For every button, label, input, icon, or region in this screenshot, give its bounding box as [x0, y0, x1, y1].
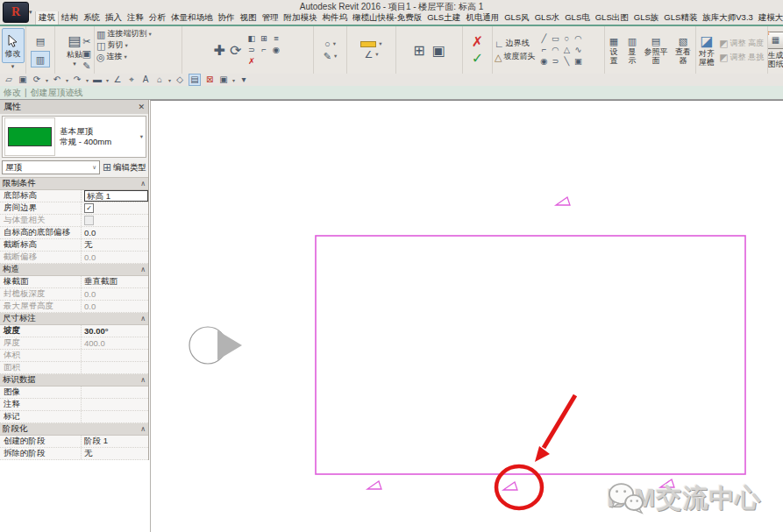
ribbon-tab-1[interactable]: 建筑: [35, 11, 59, 25]
ribbon-tab-7[interactable]: 体量和场地: [168, 11, 216, 25]
ribbon-tab-14[interactable]: GLS土建: [424, 11, 463, 25]
property-value[interactable]: 无: [81, 448, 148, 459]
draw-tool-icon-0-3[interactable]: ◠: [573, 33, 583, 44]
ribbon-tab-5[interactable]: 注释: [125, 11, 146, 25]
section-collapse-icon[interactable]: ∧: [140, 315, 146, 323]
slope-symbol-top[interactable]: [556, 197, 570, 205]
property-section-header[interactable]: 阶段化∧: [0, 423, 148, 436]
property-value[interactable]: 垂直截面: [81, 276, 148, 287]
finish-edit-mode-icon[interactable]: ✓: [472, 51, 483, 66]
roof-sketch-rectangle[interactable]: [316, 236, 745, 474]
slope-arrow-button[interactable]: △坡度箭头: [495, 51, 535, 62]
match-icon[interactable]: ✎: [82, 60, 90, 71]
ribbon-tab-16[interactable]: GLS风: [502, 11, 532, 25]
draw-tool-icon-1-3[interactable]: ∿: [573, 45, 583, 55]
switch-windows-icon[interactable]: ▣: [218, 74, 229, 85]
ribbon-tab-17[interactable]: GLS水: [532, 11, 563, 25]
edit-type-button[interactable]: ⊞ 编辑类型: [103, 162, 146, 174]
array-icon[interactable]: ⊞: [258, 33, 269, 44]
type-selector-caret-icon[interactable]: ▾: [140, 133, 143, 140]
property-section-header[interactable]: 标识数据∧: [0, 374, 148, 387]
customize-qat-icon[interactable]: ▾: [238, 74, 249, 85]
properties-toggle-icon[interactable]: ▤: [189, 74, 201, 86]
ribbon-tab-22[interactable]: 族库大师V3.3: [700, 11, 756, 25]
paste-icon[interactable]: ▤: [68, 33, 81, 48]
settings-button[interactable]: ▦设置: [607, 28, 621, 72]
paste-caret-icon[interactable]: ▾: [73, 60, 76, 67]
undo-icon[interactable]: ↶: [52, 74, 62, 85]
draw-tool-icon-1-2[interactable]: △: [561, 45, 572, 55]
property-checkbox[interactable]: ✓: [84, 203, 94, 213]
brush-icon[interactable]: ✎: [324, 51, 331, 61]
redo-icon[interactable]: ↷: [72, 74, 82, 85]
ribbon-tab-10[interactable]: 管理: [260, 11, 281, 25]
slope-symbol-bottom-mid[interactable]: [503, 482, 517, 490]
ribbon-tab-23[interactable]: 建模大: [756, 11, 783, 25]
mirror-icon[interactable]: ◧: [246, 33, 257, 44]
delete-icon[interactable]: ✗: [246, 56, 257, 67]
move-icon[interactable]: ✚: [214, 43, 225, 58]
close-hidden-windows-icon[interactable]: ⊠: [204, 74, 215, 85]
measure-ruler-icon[interactable]: [360, 41, 376, 47]
redo-icon-caret[interactable]: ▾: [86, 77, 89, 83]
property-value[interactable]: 标高 1: [81, 190, 148, 202]
property-value[interactable]: [81, 399, 148, 410]
property-value[interactable]: [81, 411, 148, 422]
view3d-icon-caret[interactable]: ▾: [168, 77, 171, 83]
sync-icon-caret[interactable]: ▾: [46, 77, 48, 83]
sync-icon[interactable]: ⟳: [32, 74, 42, 85]
save-icon[interactable]: ▣: [18, 74, 28, 85]
lightbulb-icon[interactable]: ○: [324, 39, 331, 49]
property-value-selected[interactable]: 标高 1: [84, 190, 148, 202]
undo-icon-caret[interactable]: ▾: [66, 77, 68, 83]
modify-button[interactable]: 修改: [2, 28, 25, 63]
draw-tool-icon-1-1[interactable]: ◠: [550, 45, 560, 55]
ribbon-tab-21[interactable]: GLS精装: [661, 11, 700, 25]
drawing-canvas[interactable]: BIM交流中心: [150, 100, 783, 532]
ribbon-tab-2[interactable]: 结构: [59, 11, 81, 25]
ribbon-tab-8[interactable]: 协作: [216, 11, 238, 25]
show-button[interactable]: ▥显示: [625, 28, 639, 72]
offset-icon[interactable]: ⊃: [246, 45, 257, 55]
properties-close-icon[interactable]: ✕: [138, 103, 145, 111]
trim-icon[interactable]: ⌐: [258, 45, 269, 55]
dimension-icon[interactable]: ∠: [112, 74, 123, 85]
section-collapse-icon[interactable]: ∧: [140, 266, 146, 273]
draw-tool-icon-2-1[interactable]: ⊃: [550, 56, 560, 67]
ribbon-tab-19[interactable]: GLS出图: [593, 11, 631, 25]
property-value[interactable]: 0.0: [81, 227, 148, 238]
property-value[interactable]: [81, 387, 148, 398]
ribbon-tab-18[interactable]: GLS电: [562, 11, 593, 25]
create-similar-icon[interactable]: ▣: [432, 43, 445, 58]
ref-plane-button[interactable]: ▤参照平面: [644, 28, 668, 72]
join-button[interactable]: ◎连接▾: [96, 51, 127, 62]
select-panel-caret-icon[interactable]: ▾: [11, 63, 15, 70]
type-selector[interactable]: 基本屋顶 常规 - 400mm ▾: [2, 116, 146, 158]
section-icon[interactable]: ◇: [174, 74, 185, 85]
elevation-marker[interactable]: [189, 327, 242, 364]
property-section-header[interactable]: 尺寸标注∧: [0, 313, 148, 325]
property-section-header[interactable]: 构造∧: [0, 264, 148, 276]
draw-tool-icon-0-2[interactable]: ○: [561, 33, 572, 44]
cancel-edit-mode-icon[interactable]: ✗: [472, 34, 483, 49]
category-filter-select[interactable]: 屋顶 ∨: [2, 160, 100, 174]
ribbon-tab-4[interactable]: 插入: [103, 11, 125, 25]
property-value[interactable]: 阶段 1: [81, 436, 148, 447]
section-collapse-icon[interactable]: ∧: [140, 425, 146, 433]
text-icon[interactable]: A: [140, 74, 151, 85]
draw-tool-icon-0-0[interactable]: ╱: [538, 33, 549, 44]
draw-tool-icon-2-3[interactable]: ▣: [573, 56, 583, 67]
ribbon-tab-12[interactable]: 构件坞: [320, 11, 351, 25]
create-sheet-button[interactable]: ▦✱ 生成图纸: [768, 28, 783, 72]
properties-window-button[interactable]: ▤: [31, 32, 50, 49]
draw-tool-icon-2-0[interactable]: ◉: [538, 56, 549, 67]
properties-palette-button[interactable]: ▥: [31, 51, 50, 67]
view3d-icon[interactable]: ⌂: [154, 74, 165, 85]
measure-icon[interactable]: ▬: [92, 74, 103, 85]
ribbon-tab-11[interactable]: 附加模块: [281, 11, 320, 25]
slope-symbol-bottom-left[interactable]: [367, 481, 381, 489]
ribbon-tab-13[interactable]: 橄榄山快模-免费版: [350, 11, 424, 25]
cut-geometry-button[interactable]: ◫剪切▾: [96, 39, 128, 51]
property-section-header[interactable]: 限制条件∧: [0, 178, 148, 190]
open-icon[interactable]: ▱: [4, 74, 14, 85]
